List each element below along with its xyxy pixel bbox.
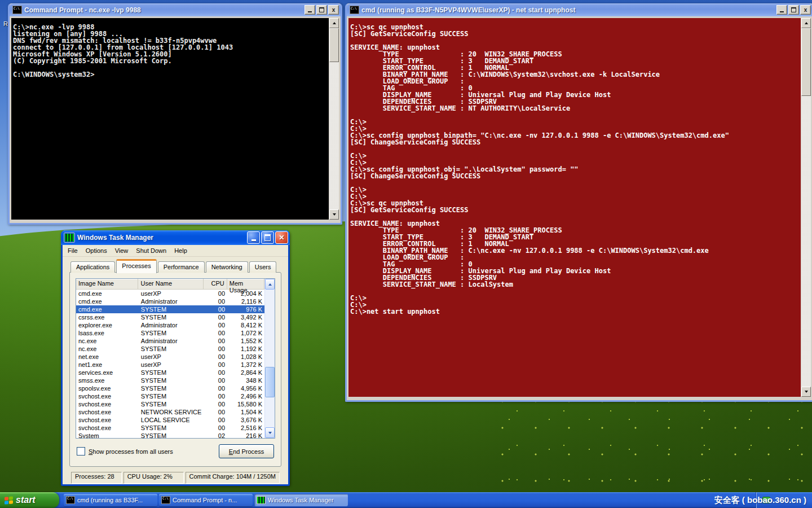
process-image-name: svchost.exe <box>76 416 139 424</box>
tab[interactable]: Networking <box>206 261 248 273</box>
process-image-name: nc.exe <box>76 345 139 353</box>
console-line: C:\> <box>350 295 801 301</box>
scroll-up-button[interactable] <box>329 18 339 28</box>
status-processes: Processes: 28 <box>71 472 122 484</box>
process-mem-usage: 348 K <box>227 376 264 384</box>
scrollbar-thumb[interactable] <box>801 28 811 96</box>
process-image-name: explorer.exe <box>76 321 139 329</box>
menu-item[interactable]: View <box>111 246 133 255</box>
taskbar-button-label: Command Prompt - n... <box>173 497 237 503</box>
process-row[interactable]: smss.exe SYSTEM 00 348 K <box>76 376 264 384</box>
scroll-down-button[interactable] <box>329 209 339 220</box>
console-scrollbar[interactable] <box>329 18 339 220</box>
process-mem-usage: 2,004 K <box>227 290 264 297</box>
show-all-users-checkbox[interactable] <box>77 447 85 456</box>
minimize-button[interactable] <box>776 5 787 15</box>
titlebar[interactable]: C:\ cmd (running as B33F-N5PVP4WVWE\user… <box>347 3 812 16</box>
process-row[interactable]: csrss.exe SYSTEM 00 3,492 K <box>76 313 264 321</box>
process-cpu: 02 <box>204 432 227 438</box>
process-row[interactable]: cmd.exe userXP 00 2,004 K <box>76 290 264 297</box>
scrollbar-thumb[interactable] <box>329 28 339 62</box>
maximize-button[interactable] <box>788 5 799 15</box>
process-mem-usage: 1,372 K <box>227 361 264 369</box>
console-client: C:\>nc.exe -lvp 9988listening on [any] 9… <box>10 16 341 221</box>
wallpaper-flowers <box>496 396 812 492</box>
console-line: [SC] GetServiceConfig SUCCESS <box>350 30 801 37</box>
maximize-button[interactable] <box>316 5 327 15</box>
minimize-button[interactable] <box>304 5 315 15</box>
process-row[interactable]: svchost.exe SYSTEM 00 2,496 K <box>76 392 264 400</box>
process-image-name: csrss.exe <box>76 313 139 321</box>
process-row[interactable]: nc.exe Administrator 00 1,552 K <box>76 337 264 345</box>
start-button[interactable]: start <box>0 492 59 508</box>
window-icon <box>161 496 170 504</box>
process-row[interactable]: net1.exe userXP 00 1,372 K <box>76 361 264 369</box>
scroll-up-button[interactable] <box>265 279 275 290</box>
tab[interactable]: Processes <box>116 259 156 273</box>
process-user-name: NETWORK SERVICE <box>139 408 204 416</box>
close-button[interactable]: x <box>800 5 811 15</box>
scroll-up-button[interactable] <box>801 18 811 28</box>
process-image-name: services.exe <box>76 369 139 376</box>
process-user-name: SYSTEM <box>139 400 204 408</box>
console-line: C:\> <box>350 152 801 159</box>
scrollbar-track[interactable] <box>329 28 339 209</box>
taskbar-window-button[interactable]: Windows Task Manager <box>254 494 348 506</box>
process-mem-usage: 2,496 K <box>227 392 264 400</box>
process-row[interactable]: svchost.exe SYSTEM 00 2,516 K <box>76 424 264 432</box>
taskbar-window-button[interactable]: Command Prompt - n... <box>159 494 253 506</box>
taskbar-window-button[interactable]: cmd (running as B33F... <box>64 494 157 506</box>
column-header-image-name[interactable]: Image Name <box>76 279 138 289</box>
status-bar: Processes: 28 CPU Usage: 2% Commit Charg… <box>69 471 281 484</box>
close-button[interactable]: x <box>328 5 339 15</box>
process-row[interactable]: svchost.exe NETWORK SERVICE 00 1,504 K <box>76 408 264 416</box>
process-cpu: 00 <box>204 392 227 400</box>
show-all-users-label[interactable]: Show processes from all users <box>89 448 219 455</box>
tab[interactable]: Performance <box>158 261 205 273</box>
scroll-down-button[interactable] <box>801 387 811 397</box>
close-button[interactable]: ✕ <box>275 231 288 244</box>
menu-item[interactable]: Shut Down <box>132 246 170 255</box>
process-mem-usage: 216 K <box>227 432 264 438</box>
titlebar[interactable]: C:\ Command Prompt - nc.exe -lvp 9988 x <box>10 3 341 16</box>
process-user-name: SYSTEM <box>139 376 204 384</box>
console-scrollbar[interactable] <box>801 18 811 397</box>
list-scrollbar[interactable] <box>264 279 275 438</box>
maximize-button[interactable] <box>261 231 274 244</box>
process-row[interactable]: explorer.exe Administrator 00 8,412 K <box>76 321 264 329</box>
process-mem-usage: 8,412 K <box>227 321 264 329</box>
process-row[interactable]: net.exe userXP 00 1,028 K <box>76 353 264 361</box>
process-row[interactable]: lsass.exe SYSTEM 00 1,072 K <box>76 329 264 337</box>
desktop: R C:\ Command Prompt - nc.exe -lvp 9988 … <box>0 0 812 508</box>
process-cpu: 00 <box>204 353 227 361</box>
process-row[interactable]: spoolsv.exe SYSTEM 00 4,956 K <box>76 384 264 392</box>
console-line <box>350 112 801 119</box>
process-user-name: SYSTEM <box>139 384 204 392</box>
end-process-button[interactable]: End Process <box>219 444 274 458</box>
scrollbar-track[interactable] <box>801 28 811 387</box>
process-row[interactable]: svchost.exe LOCAL SERVICE 00 3,676 K <box>76 416 264 424</box>
minimize-button[interactable] <box>247 231 260 244</box>
titlebar[interactable]: Windows Task Manager ✕ <box>61 230 290 245</box>
process-cpu: 00 <box>204 290 227 297</box>
process-row[interactable]: nc.exe SYSTEM 00 1,192 K <box>76 345 264 353</box>
menu-item[interactable]: File <box>64 246 82 255</box>
process-cpu: 00 <box>204 416 227 424</box>
menu-item[interactable]: Help <box>170 246 191 255</box>
process-row[interactable]: svchost.exe SYSTEM 00 15,580 K <box>76 400 264 408</box>
scrollbar-thumb[interactable] <box>265 367 275 397</box>
column-header-mem-usage[interactable]: Mem Usage <box>227 279 264 289</box>
processes-tab-page: Image Name User Name CPU Mem Usage cmd.e… <box>69 272 281 467</box>
scroll-down-button[interactable] <box>265 427 275 438</box>
column-header-cpu[interactable]: CPU <box>204 279 227 289</box>
menu-item[interactable]: Options <box>82 246 111 255</box>
process-row[interactable]: System SYSTEM 02 216 K <box>76 432 264 438</box>
scrollbar-track[interactable] <box>265 290 275 427</box>
process-row[interactable]: cmd.exe SYSTEM 00 976 K <box>76 305 264 313</box>
process-row[interactable]: services.exe SYSTEM 00 2,864 K <box>76 369 264 376</box>
tab[interactable]: Applications <box>70 261 115 273</box>
process-cpu: 00 <box>204 424 227 432</box>
process-row[interactable]: cmd.exe Administrator 00 2,116 K <box>76 297 264 305</box>
tab[interactable]: Users <box>249 261 277 273</box>
column-header-user-name[interactable]: User Name <box>138 279 203 289</box>
